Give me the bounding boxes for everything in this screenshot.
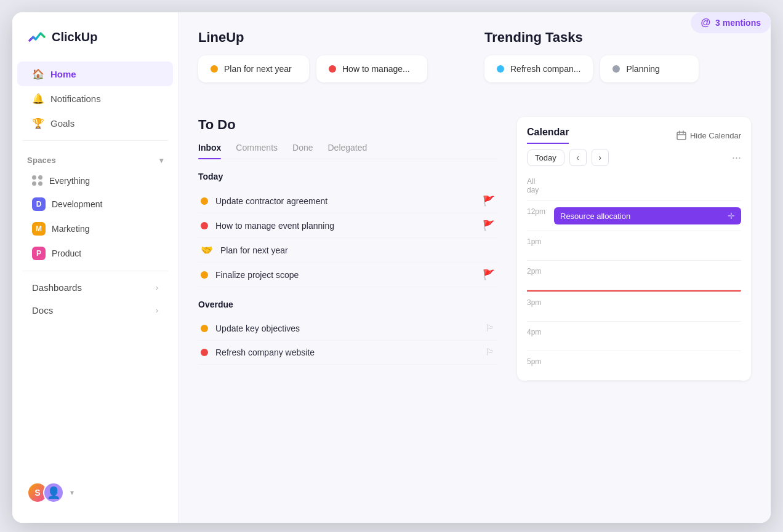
development-avatar: D [32, 197, 46, 211]
lineup-title: LineUp [198, 30, 465, 46]
task-name-4: Finalize project scope [215, 270, 299, 280]
flag-6: 🏳 [485, 347, 495, 358]
task-manage-event[interactable]: How to manage event planning 🚩 [198, 213, 497, 238]
hide-calendar-btn[interactable]: Hide Calendar [677, 130, 741, 140]
overdue-group: Overdue Update key objectives 🏳 R [198, 300, 497, 365]
prev-btn[interactable]: ‹ [569, 149, 587, 166]
target-icon: 🏆 [32, 117, 44, 129]
sidebar-item-product[interactable]: P Product [17, 241, 173, 266]
task-dot-2 [201, 222, 208, 229]
refresh-label: Refresh compan... [510, 64, 580, 74]
plan-label: Plan for next year [224, 64, 292, 74]
calendar-top-row: Calendar Hide Calendar [517, 117, 751, 144]
todo-section: To Do Inbox Comments Done Delegated Toda… [198, 117, 497, 377]
everything-label: Everything [49, 176, 90, 186]
sidebar-item-development[interactable]: D Development [17, 192, 173, 216]
sidebar-item-dashboards[interactable]: Dashboards › [17, 276, 173, 299]
docs-label: Docs [32, 305, 53, 316]
mentions-label: 3 mentions [715, 18, 761, 28]
clickup-logo-icon [27, 27, 47, 47]
overdue-label: Overdue [198, 300, 497, 309]
svg-rect-0 [677, 132, 686, 140]
app-name: ClickUp [52, 30, 97, 44]
task-dot-5 [201, 325, 208, 332]
app-window: ClickUp 🏠 Home 🔔 Notifications 🏆 Goals S… [12, 12, 771, 523]
timeslot-12pm: 12pm Resource allocation ✛ [527, 201, 741, 231]
dashboards-chevron: › [156, 284, 158, 292]
sidebar-item-docs[interactable]: Docs › [17, 299, 173, 322]
home-label: Home [50, 69, 76, 79]
task-left-6: Refresh company website [201, 347, 315, 357]
task-refresh-website[interactable]: Refresh company website 🏳 [198, 341, 497, 365]
divider-1 [22, 140, 168, 141]
sidebar-item-notifications[interactable]: 🔔 Notifications [17, 86, 173, 111]
task-left-1: Update contractor agreement [201, 196, 327, 206]
task-update-contractor[interactable]: Update contractor agreement 🚩 [198, 189, 497, 213]
trending-title: Trending Tasks [484, 30, 751, 46]
timeslot-2pm: 2pm [527, 261, 741, 290]
calendar-title: Calendar [527, 127, 569, 144]
allday-label: All day [527, 177, 549, 194]
avatar-group[interactable]: S 👤 [27, 482, 64, 503]
planning-label: Planning [626, 64, 660, 74]
lineup-trending-row: LineUp Plan for next year How to manage.… [198, 30, 751, 100]
spaces-chevron[interactable]: ▾ [159, 156, 163, 165]
sidebar-item-home[interactable]: 🏠 Home [17, 62, 173, 86]
tab-inbox[interactable]: Inbox [198, 143, 221, 159]
task-dot-1 [201, 197, 208, 205]
marketing-label: Marketing [52, 224, 89, 234]
timeslot-4pm: 4pm [527, 322, 741, 351]
refresh-dot [497, 65, 504, 73]
calendar-panel: Calendar Hide Calendar Today ‹ [517, 117, 751, 381]
product-label: Product [52, 248, 81, 258]
manage-label: How to manage... [342, 64, 410, 74]
label-4pm: 4pm [527, 328, 549, 336]
task-left-3: 🤝 Plan for next year [201, 244, 288, 256]
next-btn[interactable]: › [592, 149, 609, 166]
trending-section: Trending Tasks Refresh compan... Plannin… [484, 30, 751, 100]
everything-icon [32, 175, 43, 186]
tab-delegated[interactable]: Delegated [328, 143, 367, 159]
resource-event[interactable]: Resource allocation ✛ [554, 207, 741, 224]
dashboards-label: Dashboards [32, 282, 82, 293]
task-finalize[interactable]: Finalize project scope 🚩 [198, 263, 497, 287]
task-name-6: Refresh company website [215, 347, 315, 357]
tab-done[interactable]: Done [292, 143, 313, 159]
label-1pm: 1pm [527, 237, 549, 246]
task-plan-year[interactable]: 🤝 Plan for next year [198, 238, 497, 263]
plan-dot [211, 65, 218, 73]
product-avatar: P [32, 247, 46, 260]
lineup-card-plan[interactable]: Plan for next year [198, 55, 309, 82]
task-name-1: Update contractor agreement [215, 196, 327, 206]
flag-2: 🚩 [483, 220, 495, 231]
sidebar-item-marketing[interactable]: M Marketing [17, 216, 173, 241]
flag-1: 🚩 [483, 195, 495, 207]
trending-card-planning[interactable]: Planning [600, 55, 699, 82]
notifications-label: Notifications [50, 93, 101, 104]
development-label: Development [52, 199, 103, 209]
sidebar-item-goals[interactable]: 🏆 Goals [17, 111, 173, 135]
today-btn[interactable]: Today [527, 149, 564, 166]
user-avatar-area[interactable]: S 👤 ▾ [12, 472, 178, 513]
task-name-2: How to manage event planning [215, 221, 334, 231]
flag-5: 🏳 [485, 323, 495, 334]
trending-card-refresh[interactable]: Refresh compan... [484, 55, 593, 82]
timeslot-5pm: 5pm [527, 351, 741, 381]
lineup-card-manage[interactable]: How to manage... [316, 55, 427, 82]
logo: ClickUp [12, 27, 178, 62]
task-name-5: Update key objectives [215, 324, 300, 333]
avatar-caret[interactable]: ▾ [70, 488, 74, 497]
allday-row: All day [527, 171, 741, 201]
task-update-objectives[interactable]: Update key objectives 🏳 [198, 317, 497, 341]
marketing-avatar: M [32, 222, 46, 236]
sidebar-item-everything[interactable]: Everything [17, 170, 173, 192]
at-icon: @ [701, 17, 710, 28]
spaces-label: Spaces [27, 156, 56, 165]
cal-more-btn[interactable]: ··· [732, 151, 741, 164]
lineup-section: LineUp Plan for next year How to manage.… [198, 30, 465, 100]
divider-2 [22, 271, 168, 271]
tab-comments[interactable]: Comments [236, 143, 278, 159]
label-5pm: 5pm [527, 357, 549, 366]
cal-timeline: All day 12pm Resource allocation ✛ [517, 171, 751, 381]
trending-cards: Refresh compan... Planning [484, 55, 751, 82]
